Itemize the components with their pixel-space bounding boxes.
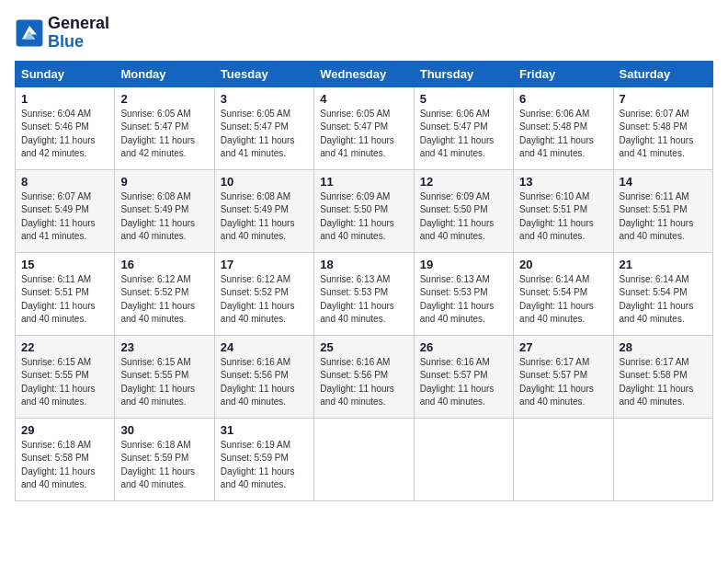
day-detail: Sunrise: 6:05 AMSunset: 5:47 PMDaylight:… xyxy=(120,108,208,161)
calendar-cell: 13 Sunrise: 6:10 AMSunset: 5:51 PMDaylig… xyxy=(514,169,613,252)
day-detail: Sunrise: 6:15 AMSunset: 5:55 PMDaylight:… xyxy=(120,356,208,409)
day-number: 22 xyxy=(21,340,108,354)
day-number: 24 xyxy=(221,340,308,354)
logo-general: General xyxy=(48,14,109,32)
day-number: 6 xyxy=(519,92,607,106)
day-detail: Sunrise: 6:12 AMSunset: 5:52 PMDaylight:… xyxy=(221,273,308,327)
calendar-cell: 30 Sunrise: 6:18 AMSunset: 5:59 PMDaylig… xyxy=(115,418,214,500)
day-detail: Sunrise: 6:10 AMSunset: 5:51 PMDaylight:… xyxy=(519,190,607,244)
day-number: 26 xyxy=(420,340,507,354)
day-detail: Sunrise: 6:09 AMSunset: 5:50 PMDaylight:… xyxy=(320,190,407,244)
calendar-cell: 15 Sunrise: 6:11 AMSunset: 5:51 PMDaylig… xyxy=(16,252,115,335)
logo-icon xyxy=(15,18,44,48)
day-number: 15 xyxy=(21,258,108,271)
calendar-cell: 17 Sunrise: 6:12 AMSunset: 5:52 PMDaylig… xyxy=(214,252,313,335)
day-number: 28 xyxy=(620,340,707,354)
day-detail: Sunrise: 6:15 AMSunset: 5:55 PMDaylight:… xyxy=(21,356,108,409)
day-detail: Sunrise: 6:14 AMSunset: 5:54 PMDaylight:… xyxy=(620,273,707,327)
logo: General Blue xyxy=(15,15,109,52)
weekday-header-friday: Friday xyxy=(514,61,613,86)
calendar-cell: 27 Sunrise: 6:17 AMSunset: 5:57 PMDaylig… xyxy=(514,335,613,418)
day-detail: Sunrise: 6:14 AMSunset: 5:54 PMDaylight:… xyxy=(519,273,607,327)
calendar-cell: 4 Sunrise: 6:05 AMSunset: 5:47 PMDayligh… xyxy=(314,86,414,169)
weekday-header-thursday: Thursday xyxy=(414,61,513,86)
day-detail: Sunrise: 6:09 AMSunset: 5:50 PMDaylight:… xyxy=(420,190,507,244)
day-number: 12 xyxy=(420,175,507,189)
day-number: 2 xyxy=(120,92,208,106)
week-row-5: 29 Sunrise: 6:18 AMSunset: 5:58 PMDaylig… xyxy=(16,418,713,500)
day-number: 19 xyxy=(420,258,507,271)
weekday-header-row: SundayMondayTuesdayWednesdayThursdayFrid… xyxy=(16,61,713,86)
calendar-cell: 12 Sunrise: 6:09 AMSunset: 5:50 PMDaylig… xyxy=(414,169,513,252)
calendar-cell: 1 Sunrise: 6:04 AMSunset: 5:46 PMDayligh… xyxy=(16,86,115,169)
day-detail: Sunrise: 6:07 AMSunset: 5:48 PMDaylight:… xyxy=(620,108,707,161)
week-row-3: 15 Sunrise: 6:11 AMSunset: 5:51 PMDaylig… xyxy=(16,252,713,335)
day-number: 10 xyxy=(221,175,308,189)
day-detail: Sunrise: 6:17 AMSunset: 5:57 PMDaylight:… xyxy=(519,356,607,409)
day-number: 25 xyxy=(320,340,407,354)
day-number: 5 xyxy=(420,92,507,106)
calendar-cell: 22 Sunrise: 6:15 AMSunset: 5:55 PMDaylig… xyxy=(16,335,115,418)
day-detail: Sunrise: 6:17 AMSunset: 5:58 PMDaylight:… xyxy=(620,356,707,409)
day-number: 16 xyxy=(120,258,208,271)
day-number: 31 xyxy=(221,423,308,437)
day-number: 27 xyxy=(519,340,607,354)
calendar-cell: 26 Sunrise: 6:16 AMSunset: 5:57 PMDaylig… xyxy=(414,335,513,418)
calendar-cell xyxy=(314,418,414,500)
calendar-cell: 31 Sunrise: 6:19 AMSunset: 5:59 PMDaylig… xyxy=(214,418,313,500)
calendar-cell: 11 Sunrise: 6:09 AMSunset: 5:50 PMDaylig… xyxy=(314,169,414,252)
week-row-4: 22 Sunrise: 6:15 AMSunset: 5:55 PMDaylig… xyxy=(16,335,713,418)
calendar-cell: 23 Sunrise: 6:15 AMSunset: 5:55 PMDaylig… xyxy=(115,335,214,418)
weekday-header-wednesday: Wednesday xyxy=(314,61,414,86)
day-number: 23 xyxy=(120,340,208,354)
day-detail: Sunrise: 6:16 AMSunset: 5:56 PMDaylight:… xyxy=(320,356,407,409)
day-number: 21 xyxy=(620,258,707,271)
day-detail: Sunrise: 6:08 AMSunset: 5:49 PMDaylight:… xyxy=(221,190,308,244)
day-number: 3 xyxy=(221,92,308,106)
weekday-header-sunday: Sunday xyxy=(16,61,115,86)
logo-text: General Blue xyxy=(48,15,109,52)
page-header: General Blue xyxy=(15,15,713,52)
week-row-2: 8 Sunrise: 6:07 AMSunset: 5:49 PMDayligh… xyxy=(16,169,713,252)
day-number: 30 xyxy=(120,423,208,437)
day-detail: Sunrise: 6:18 AMSunset: 5:58 PMDaylight:… xyxy=(21,439,108,492)
calendar-cell: 18 Sunrise: 6:13 AMSunset: 5:53 PMDaylig… xyxy=(314,252,414,335)
calendar-cell: 29 Sunrise: 6:18 AMSunset: 5:58 PMDaylig… xyxy=(16,418,115,500)
day-detail: Sunrise: 6:11 AMSunset: 5:51 PMDaylight:… xyxy=(620,190,707,244)
day-detail: Sunrise: 6:16 AMSunset: 5:56 PMDaylight:… xyxy=(221,356,308,409)
calendar-cell: 9 Sunrise: 6:08 AMSunset: 5:49 PMDayligh… xyxy=(115,169,214,252)
day-detail: Sunrise: 6:05 AMSunset: 5:47 PMDaylight:… xyxy=(320,108,407,161)
calendar-table: SundayMondayTuesdayWednesdayThursdayFrid… xyxy=(15,61,713,501)
calendar-cell: 7 Sunrise: 6:07 AMSunset: 5:48 PMDayligh… xyxy=(613,86,712,169)
day-detail: Sunrise: 6:16 AMSunset: 5:57 PMDaylight:… xyxy=(420,356,507,409)
calendar-cell: 16 Sunrise: 6:12 AMSunset: 5:52 PMDaylig… xyxy=(115,252,214,335)
calendar-cell: 20 Sunrise: 6:14 AMSunset: 5:54 PMDaylig… xyxy=(514,252,613,335)
day-detail: Sunrise: 6:06 AMSunset: 5:47 PMDaylight:… xyxy=(420,108,507,161)
day-detail: Sunrise: 6:13 AMSunset: 5:53 PMDaylight:… xyxy=(320,273,407,327)
calendar-cell: 2 Sunrise: 6:05 AMSunset: 5:47 PMDayligh… xyxy=(115,86,214,169)
day-number: 17 xyxy=(221,258,308,271)
day-number: 18 xyxy=(320,258,407,271)
calendar-cell: 28 Sunrise: 6:17 AMSunset: 5:58 PMDaylig… xyxy=(613,335,712,418)
calendar-cell xyxy=(613,418,712,500)
weekday-header-tuesday: Tuesday xyxy=(214,61,313,86)
weekday-header-saturday: Saturday xyxy=(613,61,712,86)
day-number: 4 xyxy=(320,92,407,106)
calendar-cell: 6 Sunrise: 6:06 AMSunset: 5:48 PMDayligh… xyxy=(514,86,613,169)
calendar-cell: 3 Sunrise: 6:05 AMSunset: 5:47 PMDayligh… xyxy=(214,86,313,169)
day-detail: Sunrise: 6:11 AMSunset: 5:51 PMDaylight:… xyxy=(21,273,108,327)
calendar-cell: 24 Sunrise: 6:16 AMSunset: 5:56 PMDaylig… xyxy=(214,335,313,418)
logo-blue: Blue xyxy=(48,32,84,51)
calendar-cell xyxy=(414,418,513,500)
calendar-cell: 19 Sunrise: 6:13 AMSunset: 5:53 PMDaylig… xyxy=(414,252,513,335)
calendar-cell: 10 Sunrise: 6:08 AMSunset: 5:49 PMDaylig… xyxy=(214,169,313,252)
day-number: 14 xyxy=(620,175,707,189)
calendar-cell: 25 Sunrise: 6:16 AMSunset: 5:56 PMDaylig… xyxy=(314,335,414,418)
day-number: 8 xyxy=(21,175,108,189)
day-detail: Sunrise: 6:18 AMSunset: 5:59 PMDaylight:… xyxy=(120,439,208,492)
week-row-1: 1 Sunrise: 6:04 AMSunset: 5:46 PMDayligh… xyxy=(16,86,713,169)
calendar-cell xyxy=(514,418,613,500)
day-number: 7 xyxy=(620,92,707,106)
calendar-cell: 5 Sunrise: 6:06 AMSunset: 5:47 PMDayligh… xyxy=(414,86,513,169)
weekday-header-monday: Monday xyxy=(115,61,214,86)
